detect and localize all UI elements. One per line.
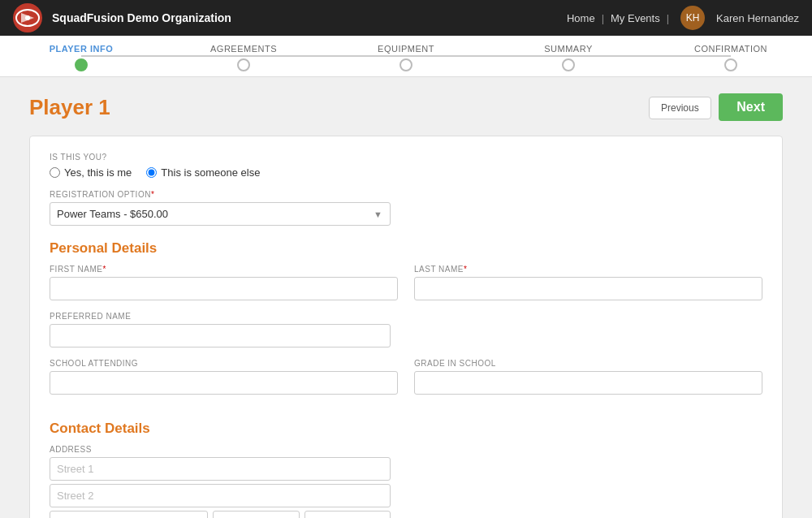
contact-details-title: Contact Details [50, 421, 762, 437]
preferred-name-input[interactable] [50, 324, 391, 347]
is-this-you-group: IS THIS YOU? Yes, this is me This is som… [50, 153, 762, 179]
step-confirmation[interactable]: CONFIRMATION [650, 44, 812, 76]
radio-someone-else-label: This is someone else [161, 166, 260, 179]
nav-user-name[interactable]: Karen Hernandez [716, 12, 799, 24]
nav-sep2: | [667, 12, 669, 24]
grade-in-school-label: GRADE IN SCHOOL [414, 359, 762, 368]
address-label: ADDRESS [50, 445, 762, 454]
step-equipment[interactable]: EQUIPMENT [325, 44, 487, 76]
first-name-input[interactable] [50, 277, 398, 300]
step-label-equipment: EQUIPMENT [378, 44, 434, 54]
steps-list: PLAYER INFO AGREEMENTS EQUIPMENT SUMMARY… [0, 44, 812, 76]
nav-links: Home | My Events | KH Karen Hernandez [567, 6, 799, 30]
step-label-agreements: AGREEMENTS [210, 44, 277, 54]
radio-option-yes[interactable]: Yes, this is me [50, 166, 132, 179]
last-name-input[interactable] [414, 277, 762, 300]
preferred-name-label: PREFERRED NAME [50, 312, 391, 321]
personal-details-title: Personal Details [50, 240, 762, 257]
city-input[interactable] [50, 511, 208, 518]
page-header: Player 1 Previous Next [29, 93, 783, 121]
header-actions: Previous Next [649, 93, 783, 121]
last-name-required: * [464, 265, 467, 274]
step-circle-agreements [237, 58, 250, 71]
next-button[interactable]: Next [719, 93, 783, 121]
step-label-player-info: PLAYER INFO [50, 44, 113, 54]
registration-dropdown-wrapper: Power Teams - $650.00 Standard - $400.00… [50, 202, 391, 226]
nav-sep1: | [602, 12, 604, 24]
grade-in-school-group: GRADE IN SCHOOL [414, 359, 762, 395]
avatar: KH [680, 6, 705, 30]
radio-yes-label: Yes, this is me [64, 166, 132, 179]
address-fields [50, 457, 391, 518]
radio-option-someone-else[interactable]: This is someone else [146, 166, 260, 179]
step-summary[interactable]: SUMMARY [487, 44, 650, 76]
registration-required: * [151, 190, 154, 199]
org-name: SquadFusion Demo Organization [52, 11, 567, 24]
first-name-group: FIRST NAME* [50, 265, 398, 300]
address-group: ADDRESS [50, 445, 762, 518]
street2-input[interactable] [50, 484, 391, 507]
step-player-info[interactable]: PLAYER INFO [0, 44, 162, 76]
radio-group: Yes, this is me This is someone else [50, 166, 762, 179]
radio-someone-else[interactable] [146, 167, 157, 178]
last-name-group: LAST NAME* [414, 265, 762, 300]
last-name-label: LAST NAME* [414, 265, 762, 274]
registration-label: REGISTRATION OPTION* [50, 190, 762, 199]
nav-my-events[interactable]: My Events [611, 12, 660, 24]
page-title: Player 1 [29, 95, 110, 120]
school-row: SCHOOL ATTENDING GRADE IN SCHOOL [50, 359, 762, 406]
step-circle-summary [562, 58, 575, 71]
name-row: FIRST NAME* LAST NAME* [50, 265, 762, 312]
main-content: Player 1 Previous Next IS THIS YOU? Yes,… [16, 77, 796, 518]
city-state-zip-row [50, 511, 391, 518]
registration-option-group: REGISTRATION OPTION* Power Teams - $650.… [50, 190, 762, 226]
is-this-you-label: IS THIS YOU? [50, 153, 762, 162]
steps-bar: PLAYER INFO AGREEMENTS EQUIPMENT SUMMARY… [0, 36, 812, 77]
first-name-label: FIRST NAME* [50, 265, 398, 274]
registration-select[interactable]: Power Teams - $650.00 Standard - $400.00… [50, 202, 391, 226]
step-agreements[interactable]: AGREEMENTS [162, 44, 325, 76]
step-circle-confirmation [724, 58, 737, 71]
school-attending-group: SCHOOL ATTENDING [50, 359, 398, 395]
step-label-confirmation: CONFIRMATION [694, 44, 767, 54]
school-attending-input[interactable] [50, 371, 398, 395]
radio-yes[interactable] [50, 167, 60, 178]
svg-point-3 [25, 15, 30, 20]
street1-input[interactable] [50, 457, 391, 481]
preferred-name-group: PREFERRED NAME [50, 312, 391, 347]
step-label-summary: SUMMARY [544, 44, 593, 54]
nav-home[interactable]: Home [567, 12, 595, 24]
zip-input[interactable] [304, 511, 391, 518]
top-navigation: SquadFusion Demo Organization Home | My … [0, 0, 812, 36]
school-attending-label: SCHOOL ATTENDING [50, 359, 398, 368]
grade-in-school-input[interactable] [414, 371, 762, 395]
player-form: IS THIS YOU? Yes, this is me This is som… [29, 136, 783, 518]
first-name-required: * [102, 265, 106, 274]
state-input[interactable] [213, 511, 300, 518]
step-circle-equipment [400, 58, 412, 71]
previous-button[interactable]: Previous [649, 97, 711, 119]
step-circle-player-info [75, 58, 88, 71]
logo [13, 3, 42, 32]
